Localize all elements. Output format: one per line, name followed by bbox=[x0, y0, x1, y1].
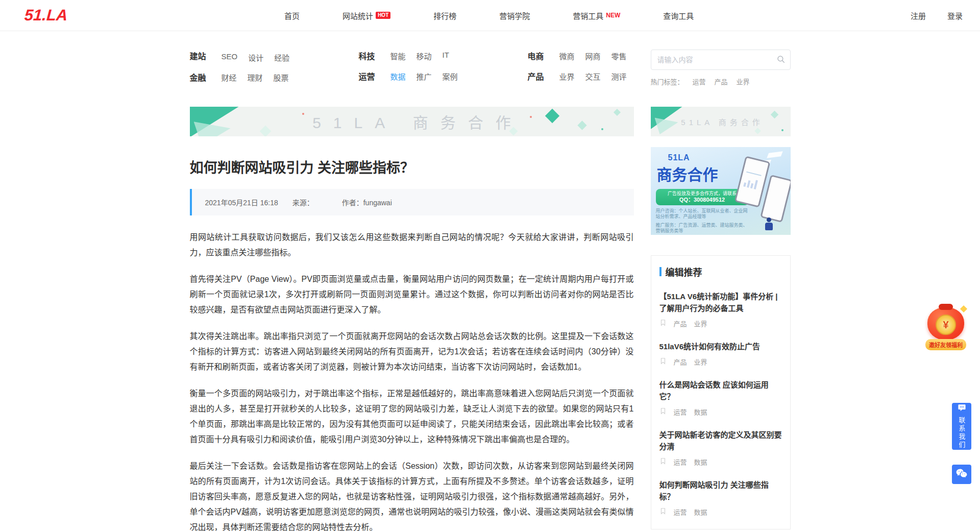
cat-link-active-data[interactable]: 数据 bbox=[390, 71, 406, 82]
cat-head[interactable]: 运营 bbox=[359, 70, 390, 82]
cat-link[interactable]: 智能 bbox=[390, 51, 406, 61]
list-item[interactable]: 51laV6统计如何有效防止广告 产品 业界 bbox=[659, 341, 782, 367]
nav-label: 营销工具 bbox=[573, 10, 603, 21]
hot-tag[interactable]: 运营 bbox=[693, 77, 706, 86]
recommend-item-title[interactable]: 51laV6统计如何有效防止广告 bbox=[659, 341, 782, 352]
recommend-item-title[interactable]: 关于网站新老访客的定义及其区别要分清 bbox=[659, 429, 782, 452]
cat-link[interactable]: 理财 bbox=[248, 72, 263, 83]
list-item[interactable]: 如何判断网站吸引力 关注哪些指标？ 运营 数据 bbox=[659, 479, 782, 517]
cat-link[interactable]: 设计 bbox=[248, 52, 263, 63]
business-cooperation-ad[interactable]: 51LA 商务合作 广告投放及更多合作方式，请联系 QQ：3008049512 … bbox=[651, 147, 791, 235]
accent-bar bbox=[659, 267, 662, 276]
deco-square bbox=[754, 128, 761, 134]
site-logo[interactable]: 51.LA bbox=[24, 6, 68, 25]
article-paragraph: 最后关注一下会话数。会话数是指访客在您网站上的会话（Session）次数，即访问… bbox=[190, 458, 634, 531]
sparkle-icon bbox=[960, 305, 967, 312]
editor-recommend-card: 编辑推荐 【51LA V6统计新功能】事件分析 | 了解用户行为的必备工具 产品… bbox=[651, 255, 791, 529]
cat-link[interactable]: 经验 bbox=[274, 52, 289, 63]
cat-link[interactable]: 财经 bbox=[222, 72, 237, 83]
cat-link[interactable]: 移动 bbox=[416, 51, 432, 61]
register-link[interactable]: 注册 bbox=[911, 10, 926, 21]
deco-square bbox=[259, 126, 271, 136]
cat-link[interactable]: SEO bbox=[222, 52, 238, 63]
recommend-tag[interactable]: 数据 bbox=[694, 407, 707, 417]
ad-illustration-person bbox=[765, 218, 773, 231]
cat-head[interactable]: 金融 bbox=[190, 71, 222, 83]
recommend-tag[interactable]: 产品 bbox=[674, 357, 687, 367]
main-nav: 首页 网站统计HOT 排行榜 营销学院 营销工具NEW 查询工具 bbox=[67, 10, 911, 21]
cat-link[interactable]: 微商 bbox=[559, 51, 575, 61]
promo-banner-side[interactable]: 51LA 商务合作 bbox=[651, 107, 791, 136]
wechat-button[interactable] bbox=[952, 465, 971, 484]
recommend-title: 编辑推荐 bbox=[666, 265, 702, 278]
recommend-tag[interactable]: 运营 bbox=[674, 457, 687, 467]
nav-item-marketing-tools[interactable]: 营销工具NEW bbox=[573, 10, 620, 21]
list-item[interactable]: 【51LA V6统计新功能】事件分析 | 了解用户行为的必备工具 产品 业界 bbox=[659, 291, 782, 328]
hot-tags-row: 热门标签： 运营 产品 业界 bbox=[651, 77, 791, 86]
nav-label: 网站统计 bbox=[342, 10, 373, 21]
wechat-icon bbox=[956, 468, 967, 480]
cat-link[interactable]: 业界 bbox=[559, 71, 575, 82]
nav-item-home[interactable]: 首页 bbox=[284, 10, 300, 21]
category-group-site: 建站 SEO 设计 经验 金融 财经 理财 股票 bbox=[190, 50, 359, 91]
login-link[interactable]: 登录 bbox=[947, 10, 963, 21]
recommend-tag[interactable]: 运营 bbox=[674, 407, 687, 417]
recommend-item-title[interactable]: 如何判断网站吸引力 关注哪些指标？ bbox=[659, 479, 782, 502]
search-icon[interactable] bbox=[776, 55, 786, 66]
ad-note: 用户咨询：个人站长、互联网从业者、企业网站分析需求、产品经理等 bbox=[656, 208, 748, 220]
article-paragraph: 衡量一个多页面的网站吸引力，对于跳出率这个指标，正常是越低越好的，跳出率高意味着… bbox=[190, 386, 634, 447]
promo-banner-wide[interactable]: 51LA 商务合作 bbox=[190, 107, 634, 136]
recommend-tag[interactable]: 产品 bbox=[674, 319, 687, 328]
nav-label: 首页 bbox=[284, 10, 300, 21]
article-meta-bar: 2021年05月21日 16:18 来源： 作者：fungawai bbox=[190, 189, 634, 215]
deco-square bbox=[613, 109, 620, 116]
cat-link[interactable]: 推广 bbox=[416, 71, 432, 82]
recommend-tag[interactable]: 业界 bbox=[694, 319, 707, 328]
article-body: 用网站统计工具获取访问数据后，我们又该怎么用这些数据来判断自己网站的情况呢？今天… bbox=[190, 230, 634, 531]
recommend-tag[interactable]: 业界 bbox=[694, 357, 707, 367]
list-item[interactable]: 关于网站新老访客的定义及其区别要分清 运营 数据 bbox=[659, 429, 782, 467]
cat-head[interactable]: 电商 bbox=[528, 50, 559, 62]
category-section: 建站 SEO 设计 经验 金融 财经 理财 股票 bbox=[190, 50, 791, 91]
red-envelope-promo[interactable]: ¥ 邀好友领福利 bbox=[923, 307, 969, 350]
article-column: 如何判断网站吸引力 关注哪些指标？ 2021年05月21日 16:18 来源： … bbox=[190, 136, 634, 531]
nav-label: 排行榜 bbox=[433, 10, 456, 21]
nav-item-stats[interactable]: 网站统计HOT bbox=[342, 10, 390, 21]
recommend-item-title[interactable]: 什么是网站会话数 应该如何运用它？ bbox=[659, 379, 782, 402]
cat-link[interactable]: 案例 bbox=[443, 71, 458, 82]
cat-head[interactable]: 建站 bbox=[190, 50, 222, 62]
nav-item-query-tools[interactable]: 查询工具 bbox=[663, 10, 694, 21]
bookmark-icon bbox=[659, 407, 667, 416]
recommend-tag[interactable]: 数据 bbox=[694, 457, 707, 467]
ad-contact-button[interactable]: 广告投放及更多合作方式，请联系 QQ：3008049512 bbox=[656, 189, 749, 205]
search-panel: 热门标签： 运营 产品 业界 bbox=[651, 50, 791, 86]
cat-head[interactable]: 科技 bbox=[359, 50, 390, 62]
hot-tag[interactable]: 产品 bbox=[715, 77, 728, 86]
hot-tag[interactable]: 业界 bbox=[737, 77, 750, 86]
deco-dot bbox=[530, 116, 532, 118]
cat-link[interactable]: 测评 bbox=[611, 71, 627, 82]
ad-note: 推广服务：广告资源、运营类、建站服务类、营销服务类等 bbox=[656, 223, 748, 234]
nav-item-ranking[interactable]: 排行榜 bbox=[433, 10, 456, 21]
cat-link[interactable]: IT bbox=[443, 51, 449, 61]
contact-us-label: 联系我们 bbox=[957, 417, 967, 449]
deco-square bbox=[770, 111, 778, 119]
deco-dot bbox=[302, 113, 304, 115]
cat-link[interactable]: 股票 bbox=[274, 72, 289, 83]
cat-link[interactable]: 网商 bbox=[585, 51, 601, 61]
search-input[interactable] bbox=[651, 50, 791, 70]
mini-chart-bars bbox=[743, 178, 758, 190]
category-columns: 建站 SEO 设计 经验 金融 财经 理财 股票 bbox=[190, 50, 634, 91]
article-paragraph: 其次得关注跳出率。跳出率指只浏览了一个页面就离开您网站的会话次数占网站总会话次数… bbox=[190, 329, 634, 375]
contact-us-button[interactable]: 联系我们 bbox=[952, 403, 971, 450]
list-item[interactable]: 什么是网站会话数 应该如何运用它？ 运营 数据 bbox=[659, 379, 782, 417]
cat-head[interactable]: 产品 bbox=[528, 70, 559, 82]
nav-item-academy[interactable]: 营销学院 bbox=[499, 10, 530, 21]
cat-link[interactable]: 零售 bbox=[611, 51, 627, 61]
article-source: 来源： bbox=[292, 197, 314, 207]
ad-contact-line1: 广告投放及更多合作方式，请联系 bbox=[657, 191, 748, 197]
recommend-item-title[interactable]: 【51LA V6统计新功能】事件分析 | 了解用户行为的必备工具 bbox=[659, 291, 782, 314]
cat-link[interactable]: 交互 bbox=[585, 71, 601, 82]
recommend-tag[interactable]: 数据 bbox=[694, 507, 707, 517]
recommend-tag[interactable]: 运营 bbox=[674, 507, 687, 517]
